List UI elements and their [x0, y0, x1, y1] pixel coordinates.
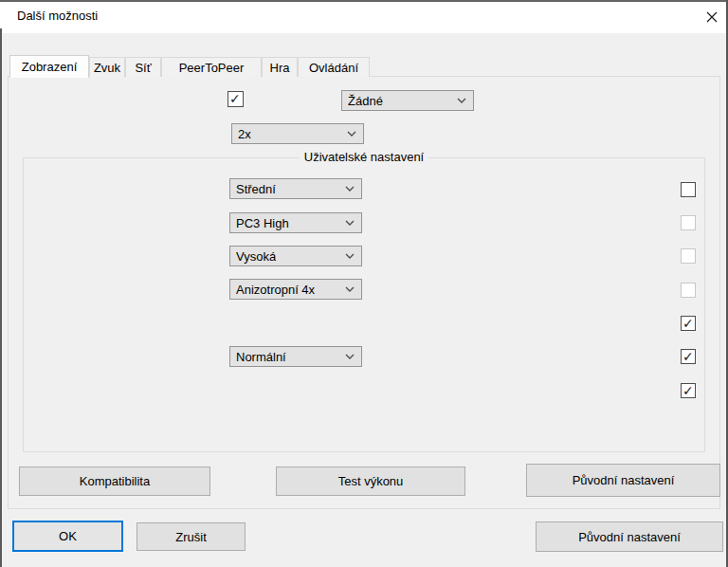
stiny-dropdown[interactable]: Střední — [229, 178, 362, 199]
group-title: Uživatelské nastavení — [300, 150, 428, 164]
vzdy-vysoka-kvalita-stromu-checkbox[interactable] — [681, 383, 696, 398]
kvalita-efektu-dropdown[interactable]: PC3 High — [229, 212, 362, 233]
chevron-down-icon — [345, 286, 355, 292]
chevron-down-icon — [347, 131, 356, 137]
tab-ovladani[interactable]: Ovládání — [298, 57, 370, 77]
close-icon — [706, 11, 718, 23]
vynutit-bloom-checkbox[interactable] — [681, 283, 696, 298]
window-edge-top — [0, 0, 728, 2]
chevron-down-icon — [345, 186, 355, 192]
puvodni-nastaveni-dialog-button[interactable]: Původní nastavení — [536, 521, 723, 552]
pridavne-efekty-checkbox[interactable] — [681, 182, 696, 197]
vynutit-dynamicke-barvy-checkbox[interactable] — [681, 215, 696, 230]
filtrovani-textur-dropdown[interactable]: Anizotropní 4x — [229, 279, 362, 300]
tab-zvuk[interactable]: Zvuk — [89, 57, 125, 77]
upravit-checkbox[interactable] — [228, 91, 244, 107]
detaily-geometrie-dropdown[interactable]: Normální — [229, 346, 362, 367]
tab-hra[interactable]: Hra — [262, 57, 298, 77]
test-vykonu-button[interactable]: Test výkonu — [276, 466, 465, 496]
chevron-down-icon — [345, 354, 355, 359]
tab-peertopeer[interactable]: PeerToPeer — [161, 57, 262, 77]
tab-sit[interactable]: Síť — [125, 57, 161, 77]
vynutit-pohybove-rozostreni-checkbox[interactable] — [681, 248, 696, 264]
window-title: Další možnosti — [17, 9, 98, 23]
ok-button[interactable]: OK — [12, 521, 123, 552]
group-uzivatelske-nastaveni: Uživatelské nastavení — [23, 157, 705, 452]
geometrie-vody-checkbox[interactable] — [681, 316, 696, 331]
kompatibilita-button[interactable]: Kompatibilita — [19, 466, 210, 496]
chevron-down-icon — [345, 253, 355, 259]
title-bar — [0, 0, 728, 33]
chevron-down-icon — [345, 220, 355, 226]
predvolby-dropdown[interactable]: Žádné — [341, 90, 474, 111]
chevron-down-icon — [457, 98, 466, 103]
antialiasing-dropdown[interactable]: 2x — [231, 123, 364, 144]
close-button[interactable] — [700, 5, 724, 29]
kvalita-textur-dropdown[interactable]: Vysoká — [229, 246, 362, 266]
geometrie-vody-na-stadionu-checkbox[interactable] — [681, 349, 696, 364]
dialog-dalsi-moznosti: { "window": { "title": "Další možnosti" … — [0, 0, 728, 567]
window-edge-left — [0, 28, 2, 567]
tab-zobrazeni[interactable]: Zobrazení — [9, 55, 89, 78]
puvodni-nastaveni-tab-button[interactable]: Původní nastavení — [526, 464, 720, 497]
zrusit-button[interactable]: Zrušit — [136, 522, 246, 551]
